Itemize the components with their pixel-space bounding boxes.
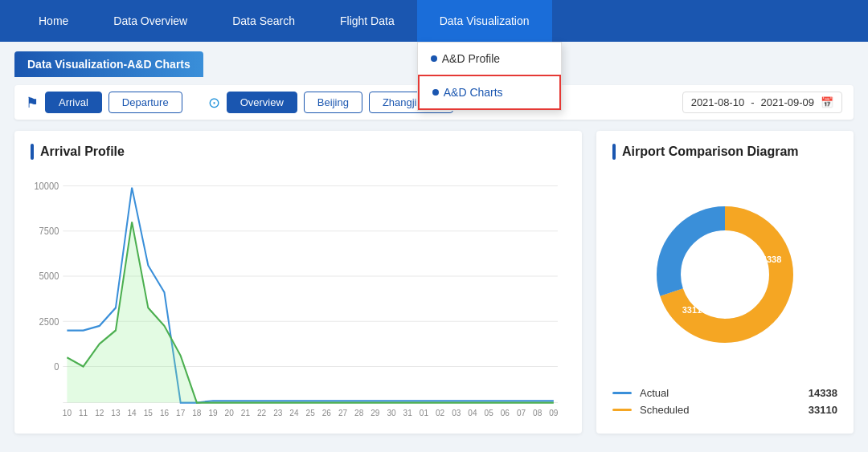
departure-button[interactable]: Departure [108, 92, 182, 113]
legend-scheduled: Scheduled 33110 [612, 404, 837, 416]
svg-text:08: 08 [533, 408, 542, 418]
svg-text:14: 14 [128, 408, 137, 418]
dot-icon-2 [432, 89, 439, 96]
svg-text:28: 28 [354, 408, 363, 418]
legend-scheduled-value: 33110 [809, 404, 837, 416]
title-bar: Data Visualization-A&D Charts [14, 51, 203, 77]
comparison-chart: Airport Comparison Diagram [596, 131, 854, 434]
arrival-chart-title: Arrival Profile [40, 145, 125, 159]
nav-data-search[interactable]: Data Search [210, 0, 317, 42]
scheduled-arc-label: 33110 [682, 305, 707, 315]
legend-actual: Actual 14338 [612, 387, 837, 399]
overview-button[interactable]: Overview [227, 92, 297, 113]
location-icon: ⊙ [208, 94, 220, 112]
svg-text:02: 02 [436, 408, 444, 418]
legend-scheduled-label: Scheduled [640, 404, 689, 416]
svg-text:03: 03 [452, 408, 461, 418]
charts-area: Arrival Profile 10000 7500 5000 2500 0 [14, 131, 854, 434]
nav-home[interactable]: Home [16, 0, 91, 42]
svg-text:06: 06 [501, 408, 510, 418]
svg-text:11: 11 [79, 408, 88, 418]
svg-text:10000: 10000 [34, 180, 59, 191]
legend-actual-label: Actual [640, 387, 669, 399]
svg-text:07: 07 [517, 408, 526, 418]
svg-text:05: 05 [485, 408, 493, 418]
comparison-chart-title-container: Airport Comparison Diagram [612, 144, 837, 160]
arrival-profile-chart: Arrival Profile 10000 7500 5000 2500 0 [14, 131, 582, 434]
svg-text:30: 30 [387, 408, 395, 418]
dropdown-ad-profile-label: A&D Profile [442, 52, 500, 65]
legend-actual-value: 14338 [809, 387, 837, 399]
svg-text:19: 19 [208, 408, 217, 418]
dropdown-ad-charts[interactable]: A&D Charts [418, 75, 561, 110]
svg-text:09: 09 [549, 408, 558, 418]
date-end: 2021-09-09 [761, 96, 815, 108]
page-title: Data Visualization-A&D Charts [27, 58, 190, 71]
legend-scheduled-color [612, 409, 632, 411]
nav-data-visualization-label: Data Visualization [440, 14, 530, 27]
date-range-picker[interactable]: 2021-08-10 - 2021-09-09 📅 [682, 92, 842, 113]
title-accent-bar-2 [612, 144, 616, 160]
donut-svg: 14338 33110 [645, 194, 805, 355]
beijing-button[interactable]: Beijing [304, 92, 362, 113]
svg-text:10: 10 [63, 408, 72, 418]
svg-text:25: 25 [306, 408, 315, 418]
svg-text:04: 04 [468, 408, 477, 418]
svg-text:27: 27 [338, 408, 347, 418]
green-area [67, 222, 553, 403]
svg-text:15: 15 [144, 408, 153, 418]
actual-arc-label: 14338 [757, 255, 782, 264]
svg-text:5000: 5000 [39, 271, 59, 282]
svg-text:13: 13 [111, 408, 120, 418]
svg-text:01: 01 [420, 408, 428, 418]
flag-icon: ⚑ [26, 94, 39, 112]
svg-text:20: 20 [225, 408, 234, 418]
svg-text:24: 24 [289, 408, 298, 418]
nav-data-visualization[interactable]: Data Visualization A&D Profile A&D Chart… [417, 0, 552, 42]
svg-text:17: 17 [176, 408, 185, 418]
svg-text:21: 21 [241, 408, 250, 418]
nav-data-overview[interactable]: Data Overview [91, 0, 210, 42]
dot-icon [431, 55, 437, 62]
date-start: 2021-08-10 [691, 96, 745, 108]
svg-text:26: 26 [322, 408, 331, 418]
svg-text:22: 22 [257, 408, 266, 418]
svg-text:31: 31 [403, 408, 412, 418]
svg-text:7500: 7500 [39, 226, 59, 237]
svg-text:23: 23 [273, 408, 282, 418]
svg-text:12: 12 [95, 408, 104, 418]
arrival-button[interactable]: Arrival [45, 92, 102, 113]
navbar: Home Data Overview Data Search Flight Da… [0, 0, 868, 42]
dropdown-ad-profile[interactable]: A&D Profile [418, 43, 561, 75]
svg-text:18: 18 [192, 408, 201, 418]
title-accent-bar [31, 144, 34, 160]
svg-text:0: 0 [54, 360, 59, 372]
arrival-chart-title-container: Arrival Profile [31, 144, 566, 160]
svg-text:2500: 2500 [39, 316, 59, 327]
svg-text:16: 16 [160, 408, 169, 418]
comparison-chart-title: Airport Comparison Diagram [622, 145, 799, 159]
legend-area: Actual 14338 Scheduled 33110 [612, 387, 837, 421]
donut-chart-area: 14338 33110 [612, 168, 837, 381]
line-chart: 10000 7500 5000 2500 0 10 11 12 [31, 168, 566, 421]
calendar-icon: 📅 [821, 96, 833, 108]
dropdown-menu: A&D Profile A&D Charts [417, 42, 562, 111]
dropdown-ad-charts-label: A&D Charts [444, 86, 503, 99]
line-chart-svg: 10000 7500 5000 2500 0 10 11 12 [31, 168, 566, 421]
date-separator: - [751, 96, 754, 108]
legend-actual-color [612, 392, 632, 394]
svg-text:29: 29 [371, 408, 379, 418]
nav-flight-data[interactable]: Flight Data [317, 0, 417, 42]
